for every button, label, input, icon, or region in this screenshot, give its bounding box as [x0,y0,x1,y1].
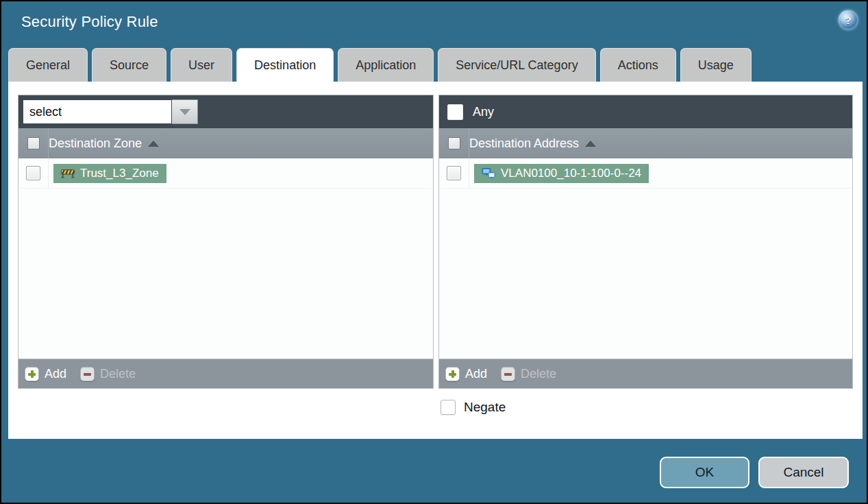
sort-ascending-icon[interactable] [148,141,159,147]
address-select-all-checkbox[interactable] [448,137,460,149]
zone-rows-area: Trust_L3_Zone [18,158,433,359]
tab-bar: General Source User Destination Applicat… [8,48,860,82]
zone-delete-button[interactable]: Delete [80,367,136,381]
zone-toolbar: Add Delete [18,359,433,388]
zone-select-all-cell [18,128,49,158]
zone-add-button[interactable]: Add [25,367,66,381]
zone-select-all-checkbox[interactable] [27,137,40,149]
address-row-checkbox[interactable] [447,166,461,180]
zone-column-header-row: Destination Zone [18,128,433,158]
zone-row-checkbox[interactable] [26,166,40,180]
chevron-down-icon [179,109,190,115]
tab-application[interactable]: Application [338,48,434,82]
zone-select-button[interactable] [172,99,198,124]
tab-actions[interactable]: Actions [600,48,676,82]
sort-ascending-icon[interactable] [585,141,596,147]
tab-service-url-category[interactable]: Service/URL Category [438,48,595,82]
table-row: Trust_L3_Zone [18,158,433,189]
destination-zone-panel: select Destination Zone [18,95,434,389]
table-row: VLAN0100_10-1-100-0--24 [439,158,852,189]
zone-select-dropdown[interactable]: select [23,99,198,124]
zone-panel-header: select [18,95,433,128]
tab-general[interactable]: General [8,48,88,82]
negate-toggle[interactable]: Negate [441,400,506,415]
plus-icon [445,367,460,381]
address-entry-chip[interactable]: VLAN0100_10-1-100-0--24 [474,164,649,183]
address-select-all-cell [439,128,469,158]
zone-row-checkbox-cell [18,158,49,188]
zone-entry-label: Trust_L3_Zone [80,167,159,180]
destination-tab-content: select Destination Zone [8,82,863,439]
help-icon[interactable]: ? [839,10,858,29]
address-add-button[interactable]: Add [445,367,487,381]
tab-destination[interactable]: Destination [236,48,334,82]
minus-icon [501,367,515,381]
any-toggle[interactable]: Any [443,104,494,120]
address-column-header-row: Destination Address [439,128,852,158]
security-policy-rule-dialog: Security Policy Rule ? General Source Us… [0,0,868,504]
destination-address-panel: Any Destination Address [438,95,853,389]
tab-usage[interactable]: Usage [680,48,752,82]
help-glyph: ? [845,14,851,26]
zone-select-value[interactable]: select [23,99,172,124]
address-delete-button[interactable]: Delete [501,367,556,381]
address-toolbar: Add Delete [439,359,852,388]
dialog-title: Security Policy Rule [21,13,158,31]
minus-icon [80,367,95,381]
cancel-button[interactable]: Cancel [758,457,849,488]
zone-barrier-icon [61,168,75,178]
any-checkbox[interactable] [447,104,463,120]
address-column-header-label[interactable]: Destination Address [469,136,579,151]
any-label: Any [473,105,494,119]
network-hosts-icon [482,168,495,179]
address-row-checkbox-cell [439,158,469,188]
address-entry-label: VLAN0100_10-1-100-0--24 [501,167,641,180]
tab-user[interactable]: User [171,48,232,82]
address-rows-area: VLAN0100_10-1-100-0--24 [439,158,852,359]
zone-entry-chip[interactable]: Trust_L3_Zone [53,164,166,183]
tab-source[interactable]: Source [92,48,166,82]
ok-button[interactable]: OK [660,457,749,488]
title-bar: Security Policy Rule ? [1,1,867,47]
address-panel-header: Any [439,95,852,128]
zone-column-header-label[interactable]: Destination Zone [49,136,142,151]
plus-icon [25,367,39,381]
negate-label: Negate [464,400,506,415]
negate-checkbox[interactable] [441,400,456,415]
